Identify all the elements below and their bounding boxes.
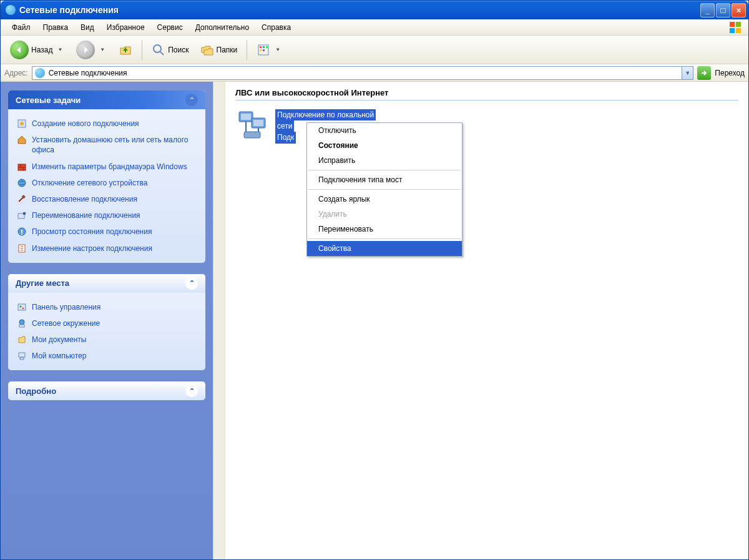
content-area: ЛВС или высокоскоростной Интернет Подклю… [223,82,748,559]
sidebar-item-disable-device[interactable]: Отключение сетевого устройства [8,175,205,191]
svg-rect-35 [253,120,263,126]
link-label: Изменить параметры брандмауэра Windows [32,162,187,172]
settings-icon [17,243,27,253]
folders-icon [200,43,214,57]
globe-icon [17,178,27,188]
svg-rect-10 [260,49,262,51]
sidebar-item-new-connection[interactable]: Создание нового подключения [8,115,205,132]
panel-list: Создание нового подключения Установить д… [8,109,205,263]
svg-rect-31 [20,358,24,360]
views-dropdown-icon[interactable]: ▼ [273,47,283,52]
computer-icon [17,351,27,361]
svg-rect-2 [730,27,735,32]
search-button[interactable]: Поиск [147,39,193,61]
folders-button[interactable]: Папки [196,39,242,61]
sidebar-item-my-documents[interactable]: Мои документы [8,332,205,348]
link-label: Мои документы [32,335,86,345]
cm-shortcut[interactable]: Создать ярлык [307,192,462,207]
menu-help[interactable]: Справка [255,21,297,34]
maximize-button[interactable]: □ [716,3,730,17]
back-label: Назад [31,46,52,54]
svg-rect-25 [18,304,26,310]
forward-dropdown-icon[interactable]: ▼ [97,47,107,52]
menu-advanced[interactable]: Дополнительно [189,21,255,34]
cm-bridge[interactable]: Подключения типа мост [307,172,462,187]
menu-tools[interactable]: Сервис [151,21,189,34]
lan-connection-icon [235,109,269,143]
connection-label-line3: Подк [275,132,296,143]
go-label: Переход [715,69,745,77]
window-title: Сетевые подключения [19,5,700,15]
svg-rect-23 [21,233,22,235]
back-button[interactable]: Назад ▼ [6,39,69,61]
address-label: Адрес: [4,69,28,77]
sidebar-item-repair[interactable]: Восстановление подключения [8,191,205,207]
wrench-icon [17,194,27,204]
sidebar-item-rename[interactable]: Переименование подключения [8,207,205,224]
sidebar: Сетевые задачи ⌃ Создание нового подключ… [1,82,213,559]
svg-rect-1 [736,22,741,27]
panel-details: Подробно ⌃ [8,381,205,400]
cm-repair[interactable]: Исправить [307,153,462,168]
connection-label-line2: сети [275,120,294,132]
link-label: Изменение настроек подключения [32,243,152,253]
sidebar-scrollbar[interactable] [213,82,223,559]
up-button[interactable] [114,39,137,61]
svg-rect-11 [263,49,265,51]
chevron-up-icon: ⌃ [185,385,198,397]
cm-separator [308,238,461,239]
panel-title: Подробно [16,386,56,396]
cm-rename[interactable]: Переименовать [307,222,462,237]
link-label: Восстановление подключения [32,194,137,204]
svg-rect-30 [19,353,25,357]
svg-rect-29 [19,325,24,327]
views-icon [257,43,270,57]
status-icon [17,227,27,237]
forward-button[interactable]: ▼ [72,39,112,61]
close-button[interactable]: × [732,3,746,17]
menubar: Файл Правка Вид Избранное Сервис Дополни… [1,19,748,36]
svg-rect-0 [730,22,735,27]
cm-disconnect[interactable]: Отключить [307,123,462,138]
link-label: Панель управления [32,302,100,312]
folder-up-icon [119,43,132,57]
home-network-icon [17,135,27,145]
address-icon [35,68,45,78]
go-button[interactable] [697,66,711,80]
panel-header[interactable]: Сетевые задачи ⌃ [8,91,205,109]
sidebar-item-network-places[interactable]: Сетевое окружение [8,315,205,332]
menu-favorites[interactable]: Избранное [100,21,151,34]
svg-rect-22 [21,230,22,233]
svg-rect-33 [241,114,251,120]
menu-edit[interactable]: Правка [37,21,75,34]
sidebar-item-my-computer[interactable]: Мой компьютер [8,348,205,364]
sidebar-item-settings[interactable]: Изменение настроек подключения [8,240,205,257]
cm-properties[interactable]: Свойства [307,241,462,256]
address-input[interactable]: Сетевые подключения [32,66,683,80]
menu-view[interactable]: Вид [74,21,100,34]
network-connections-icon [6,5,16,15]
cm-status[interactable]: Состояние [307,138,462,153]
address-dropdown-icon[interactable]: ▼ [682,66,693,80]
connection-label-line1: Подключение по локальной [275,109,376,120]
back-dropdown-icon[interactable]: ▼ [55,47,65,52]
sidebar-item-status[interactable]: Просмотр состояния подключения [8,224,205,240]
chevron-up-icon: ⌃ [185,277,198,290]
sidebar-item-control-panel[interactable]: Панель управления [8,299,205,315]
minimize-button[interactable]: _ [700,3,715,17]
panel-header[interactable]: Другие места ⌃ [8,274,205,293]
svg-point-18 [18,179,26,187]
menu-file[interactable]: Файл [6,21,37,34]
link-label: Создание нового подключения [32,119,139,129]
address-value: Сетевые подключения [49,69,127,77]
svg-point-26 [20,305,22,307]
link-label: Мой компьютер [32,351,86,361]
context-menu: Отключить Состояние Исправить Подключени… [306,122,463,257]
sidebar-item-firewall[interactable]: Изменить параметры брандмауэра Windows [8,159,205,175]
section-header: ЛВС или высокоскоростной Интернет [235,88,738,101]
sidebar-item-setup-network[interactable]: Установить домашнюю сеть или сеть малого… [8,132,205,158]
link-label: Просмотр состояния подключения [32,227,152,237]
panel-header[interactable]: Подробно ⌃ [8,381,205,400]
views-button[interactable]: ▼ [252,39,287,61]
panel-network-tasks: Сетевые задачи ⌃ Создание нового подключ… [8,91,205,263]
